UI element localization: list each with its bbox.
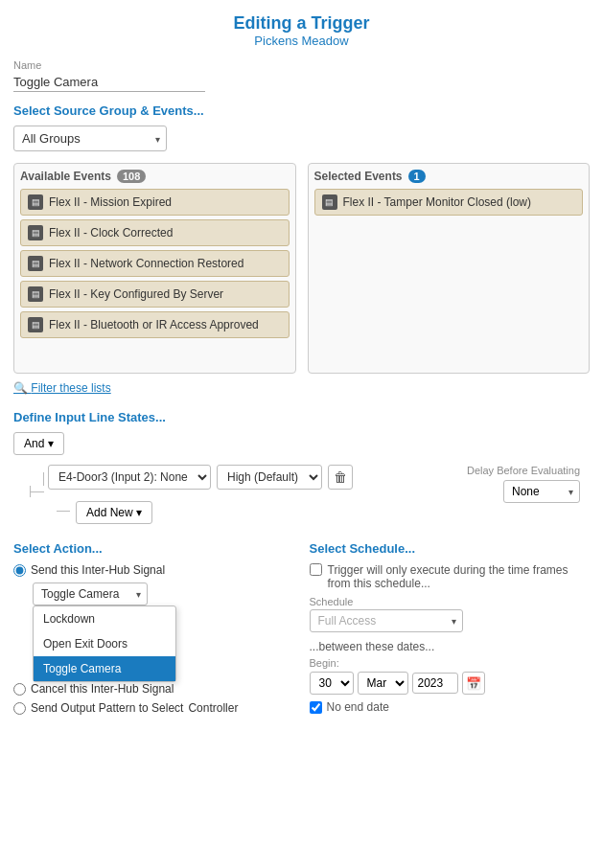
dates-label: ...between these dates... xyxy=(310,640,591,653)
group-select-row: All Groups ▾ xyxy=(0,122,603,155)
source-section-header: Select Source Group & Events... xyxy=(0,96,603,122)
filter-link-row: 🔍 Filter these lists xyxy=(0,377,603,402)
list-item[interactable]: Flex II - Bluetooth or IR Access Approve… xyxy=(20,311,290,338)
event-name: Flex II - Network Connection Restored xyxy=(49,257,244,270)
filter-lists-link[interactable]: 🔍 Filter these lists xyxy=(13,381,111,395)
event-icon xyxy=(28,317,43,332)
controller-label: Controller xyxy=(188,701,238,715)
schedule-checkbox-label: Trigger will only execute during the tim… xyxy=(328,563,591,590)
action-label-2: Cancel this Inter-Hub Signal xyxy=(31,682,174,696)
add-new-label: Add New ▾ xyxy=(86,506,142,519)
list-item[interactable]: Flex II - Key Configured By Server xyxy=(20,281,290,308)
list-item[interactable]: Flex II - Network Connection Restored xyxy=(20,250,290,277)
events-row: Available Events 108 Flex II - Mission E… xyxy=(0,155,603,377)
no-end-row: No end date xyxy=(310,700,591,714)
selected-events-badge: 1 xyxy=(408,170,426,183)
event-name: Flex II - Key Configured By Server xyxy=(49,287,223,301)
delay-label: Delay Before Evaluating xyxy=(467,465,580,476)
camera-dropdown-wrapper: Toggle Camera ▾ xyxy=(33,582,148,605)
event-icon xyxy=(28,194,43,210)
add-new-button[interactable]: Add New ▾ xyxy=(76,501,152,524)
group-dropdown-wrapper: All Groups ▾ xyxy=(13,126,167,151)
action-row-3: Send Output Pattern to Select Controller xyxy=(13,701,294,715)
action-radio-2[interactable]: Cancel this Inter-Hub Signal xyxy=(13,682,174,696)
available-events-box: Available Events 108 Flex II - Mission E… xyxy=(13,163,296,374)
day-select[interactable]: 30 xyxy=(310,672,354,695)
dropdown-item-toggle-camera[interactable]: Toggle Camera xyxy=(34,656,175,681)
no-end-label: No end date xyxy=(327,700,389,714)
no-end-checkbox[interactable] xyxy=(310,701,322,714)
event-name: Flex II - Mission Expired xyxy=(49,195,172,209)
page-header: Editing a Trigger Pickens Meadow xyxy=(0,0,603,54)
group-dropdown[interactable]: All Groups xyxy=(13,126,167,151)
trash-icon: 🗑 xyxy=(334,469,347,485)
action-radio-input-3[interactable] xyxy=(13,702,26,715)
available-events-badge: 108 xyxy=(117,170,146,183)
page-subtitle: Pickens Meadow xyxy=(0,34,603,48)
event-name: Flex II - Clock Corrected xyxy=(49,226,173,240)
level-select[interactable]: High (Default) xyxy=(217,465,322,490)
filter-icon: 🔍 xyxy=(13,381,28,395)
delete-button[interactable]: 🗑 xyxy=(328,465,353,490)
and-button-label: And ▾ xyxy=(24,437,54,450)
calendar-icon: 📅 xyxy=(466,676,481,691)
available-events-label: Available Events xyxy=(20,170,111,183)
schedule-dropdown-wrapper: Full Access ▾ xyxy=(310,609,463,632)
action-label-1: Send this Inter-Hub Signal xyxy=(31,563,165,577)
list-item[interactable]: Flex II - Tamper Monitor Closed (low) xyxy=(314,189,584,216)
event-icon xyxy=(322,194,337,210)
event-name: Flex II - Tamper Monitor Closed (low) xyxy=(343,195,532,209)
and-button[interactable]: And ▾ xyxy=(13,432,64,455)
action-row-1: Send this Inter-Hub Signal xyxy=(13,563,294,577)
month-select[interactable]: Mar xyxy=(358,672,408,695)
define-section: Define Input Line States... And ▾ E4-Doo… xyxy=(0,402,603,532)
filter-link-text: Filter these lists xyxy=(31,381,110,395)
selected-events-header: Selected Events 1 xyxy=(314,170,584,183)
delay-select[interactable]: None xyxy=(503,480,580,503)
action-row-2: Cancel this Inter-Hub Signal xyxy=(13,682,294,696)
dropdown-item-open-exit[interactable]: Open Exit Doors xyxy=(34,631,175,656)
action-section: Select Action... Send this Inter-Hub Sig… xyxy=(13,541,310,720)
schedule-checkbox-row: Trigger will only execute during the tim… xyxy=(310,563,591,590)
name-input[interactable] xyxy=(13,73,205,92)
camera-dropdown-menu: Lockdown Open Exit Doors Toggle Camera xyxy=(33,605,176,682)
name-section: Name xyxy=(0,54,603,96)
schedule-dropdown[interactable]: Full Access xyxy=(310,609,463,632)
dropdown-item-lockdown[interactable]: Lockdown xyxy=(34,606,175,631)
delay-dropdown-wrapper: None ▾ xyxy=(503,480,580,503)
define-section-header: Define Input Line States... xyxy=(13,410,590,432)
action-radio-1[interactable]: Send this Inter-Hub Signal xyxy=(13,563,165,577)
schedule-checkbox[interactable] xyxy=(310,563,322,576)
delay-row: None ▾ xyxy=(467,480,580,503)
schedule-section-header: Select Schedule... xyxy=(310,541,591,563)
page-title: Editing a Trigger xyxy=(0,13,603,34)
action-radio-input-1[interactable] xyxy=(13,564,26,577)
date-row: 30 Mar 📅 xyxy=(310,672,591,695)
input-line-row: E4-Door3 (Input 2): None High (Default) … xyxy=(48,465,467,490)
list-item[interactable]: Flex II - Mission Expired xyxy=(20,189,290,216)
action-radio-3[interactable]: Send Output Pattern to Select Controller xyxy=(13,701,238,715)
delay-block: Delay Before Evaluating None ▾ xyxy=(467,465,590,503)
selected-events-box: Selected Events 1 Flex II - Tamper Monit… xyxy=(308,163,591,374)
list-item[interactable]: Flex II - Clock Corrected xyxy=(20,219,290,246)
selected-events-label: Selected Events xyxy=(314,170,403,183)
name-label: Name xyxy=(13,59,590,71)
event-icon xyxy=(28,256,43,271)
event-icon xyxy=(28,225,43,240)
camera-dropdown[interactable]: Toggle Camera xyxy=(33,582,148,605)
available-events-header: Available Events 108 xyxy=(20,170,290,183)
action-label-3: Send Output Pattern to Select xyxy=(31,701,183,715)
event-icon xyxy=(28,286,43,302)
schedule-label: Schedule xyxy=(310,596,591,607)
calendar-button[interactable]: 📅 xyxy=(462,672,485,695)
bottom-sections: Select Action... Send this Inter-Hub Sig… xyxy=(0,532,603,720)
year-input[interactable] xyxy=(412,673,458,694)
event-name: Flex II - Bluetooth or IR Access Approve… xyxy=(49,318,259,331)
begin-label: Begin: xyxy=(310,657,591,669)
action-radio-input-2[interactable] xyxy=(13,683,26,696)
schedule-section: Select Schedule... Trigger will only exe… xyxy=(310,541,591,720)
input-state-select[interactable]: E4-Door3 (Input 2): None xyxy=(48,465,211,490)
action-section-header: Select Action... xyxy=(13,541,294,563)
